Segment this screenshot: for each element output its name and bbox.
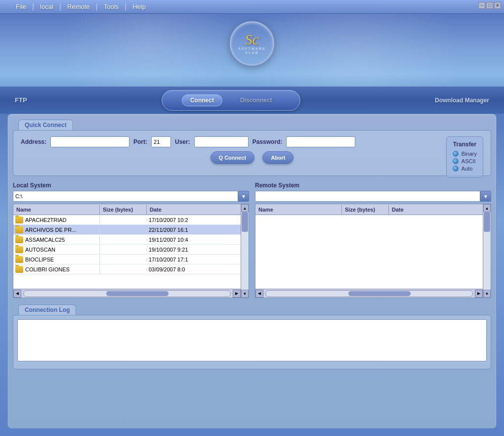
local-hscrollbar[interactable] xyxy=(23,290,231,297)
remote-vscrollbar: ▲ ▼ xyxy=(483,204,491,298)
password-input[interactable] xyxy=(286,136,355,147)
local-file-list: APACHE2TRIAD17/10/2007 10:2ARCHIVOS DE P… xyxy=(13,215,241,289)
quick-connect-tab[interactable]: Quick Connect xyxy=(18,120,73,130)
qc-row-1: Address: Port: User: Password: xyxy=(21,136,483,147)
local-file-row[interactable]: ARCHIVOS DE PR...22/11/2007 16:1 xyxy=(13,225,241,235)
local-file-row[interactable]: COLIBRI GIONES03/09/2007 8:0 xyxy=(13,264,241,274)
connection-log-tab[interactable]: Connection Log xyxy=(18,305,76,315)
remote-col-name: Name xyxy=(255,205,342,214)
address-label: Address: xyxy=(21,138,46,145)
connection-log-panel: Connection Log xyxy=(13,315,491,369)
disconnect-button[interactable]: Disconnect xyxy=(232,95,280,106)
local-file-row[interactable]: BIOCLIPSE17/10/2007 17:1 xyxy=(13,255,241,264)
file-size xyxy=(100,249,147,251)
port-label: Port: xyxy=(133,138,147,145)
file-name: COLIBRI GIONES xyxy=(25,266,70,272)
local-path-input[interactable] xyxy=(13,191,238,202)
local-path-dropdown[interactable]: ▼ xyxy=(238,191,249,202)
file-name: APACHE2TRIAD xyxy=(25,217,67,223)
local-hscroll-left[interactable]: ◀ xyxy=(13,290,21,298)
binary-label: Binary xyxy=(462,151,477,157)
file-date: 22/11/2007 16:1 xyxy=(147,226,241,234)
file-name: AUTOSCAN xyxy=(25,247,55,253)
local-vscroll-down[interactable]: ▼ xyxy=(241,290,249,298)
menubar: File | local | Remote | Tools | Help xyxy=(0,0,504,14)
ascii-label: ASCII xyxy=(462,158,476,164)
remote-file-table: Name Size (bytes) Date ◀ ▶ ▲ xyxy=(255,204,491,298)
connect-button[interactable]: Connect xyxy=(182,94,222,106)
toolbar-ftp-label: FTP xyxy=(15,96,27,104)
user-input[interactable] xyxy=(194,136,249,147)
remote-hscroll-right[interactable]: ▶ xyxy=(475,290,483,298)
main-content: Quick Connect Address: Port: User: Passw… xyxy=(7,114,497,429)
remote-path-dropdown[interactable]: ▼ xyxy=(480,191,491,202)
local-col-name: Name xyxy=(13,205,100,214)
bottom-bar xyxy=(0,430,504,436)
transfer-ascii[interactable]: ASCII xyxy=(453,158,477,164)
maximize-button[interactable]: □ xyxy=(486,2,493,9)
remote-vscroll-down[interactable]: ▼ xyxy=(483,290,491,298)
menu-tools[interactable]: Tools xyxy=(98,1,125,12)
logo-text-line1: SOFTWARE xyxy=(238,47,266,51)
folder-icon xyxy=(15,266,23,273)
file-date: 17/10/2007 10:2 xyxy=(147,216,241,224)
remote-hscroll-thumb xyxy=(348,291,410,296)
local-col-date: Date xyxy=(147,205,241,214)
file-date: 19/11/2007 10:4 xyxy=(147,236,241,244)
local-file-row[interactable]: ASSAMCALC2519/11/2007 10:4 xyxy=(13,235,241,245)
password-label: Password: xyxy=(252,138,283,145)
remote-path-input[interactable] xyxy=(255,191,480,202)
local-file-row[interactable]: AUTOSCAN19/10/2007 9:21 xyxy=(13,245,241,255)
auto-radio[interactable] xyxy=(453,166,459,172)
local-col-size: Size (bytes) xyxy=(100,205,147,214)
file-size xyxy=(100,268,147,270)
transfer-title: Transfer xyxy=(453,141,477,148)
local-vscroll-thumb xyxy=(242,212,248,232)
toolbar-oval: Connect Disconnect xyxy=(162,90,300,111)
close-button[interactable]: ✕ xyxy=(494,2,501,9)
remote-table-header: Name Size (bytes) Date xyxy=(255,204,483,215)
binary-radio[interactable] xyxy=(453,151,459,157)
transfer-auto[interactable]: Auto xyxy=(453,166,477,172)
abort-button[interactable]: Abort xyxy=(262,151,294,164)
menu-local[interactable]: local xyxy=(34,1,59,12)
remote-path-bar: ▼ xyxy=(255,191,491,202)
remote-vscroll-thumb xyxy=(484,212,490,232)
auto-label: Auto xyxy=(462,166,473,172)
local-hscroll-right[interactable]: ▶ xyxy=(233,290,241,298)
transfer-box: Transfer Binary ASCII Auto xyxy=(446,136,483,177)
remote-table-footer: ◀ ▶ xyxy=(255,289,483,298)
log-content xyxy=(17,319,487,361)
local-file-row[interactable]: APACHE2TRIAD17/10/2007 10:2 xyxy=(13,215,241,225)
local-vscroll-up[interactable]: ▲ xyxy=(241,204,249,212)
menu-file[interactable]: File xyxy=(10,1,32,12)
file-date: 03/09/2007 8:0 xyxy=(147,265,241,273)
folder-icon xyxy=(15,236,23,243)
file-size xyxy=(100,239,147,241)
file-size xyxy=(100,219,147,221)
file-name: BIOCLIPSE xyxy=(25,257,54,262)
transfer-binary[interactable]: Binary xyxy=(453,151,477,157)
remote-hscrollbar[interactable] xyxy=(265,290,473,297)
minimize-button[interactable]: − xyxy=(478,2,485,9)
menu-help[interactable]: Help xyxy=(126,1,152,12)
local-table-header: Name Size (bytes) Date xyxy=(13,204,241,215)
remote-hscroll-left[interactable]: ◀ xyxy=(255,290,263,298)
address-input[interactable] xyxy=(50,136,129,147)
remote-col-date: Date xyxy=(389,205,483,214)
download-manager-button[interactable]: Download Manager xyxy=(435,97,489,104)
menu-remote[interactable]: Remote xyxy=(61,1,96,12)
file-date: 17/10/2007 17:1 xyxy=(147,256,241,263)
local-system-title: Local System xyxy=(13,182,249,189)
port-input[interactable] xyxy=(151,136,171,147)
qconnect-button[interactable]: Q Connect xyxy=(210,151,255,164)
file-panels: Local System ▼ Name Size (bytes) Date AP… xyxy=(13,182,491,298)
local-system-panel: Local System ▼ Name Size (bytes) Date AP… xyxy=(13,182,249,298)
file-name: ARCHIVOS DE PR... xyxy=(25,227,76,233)
local-hscroll-thumb xyxy=(106,291,168,296)
remote-vscroll-up[interactable]: ▲ xyxy=(483,204,491,212)
local-table-footer: ◀ ▶ xyxy=(13,289,241,298)
ascii-radio[interactable] xyxy=(453,158,459,164)
window-chrome: − □ ✕ xyxy=(475,0,504,11)
file-name: ASSAMCALC25 xyxy=(25,237,65,243)
